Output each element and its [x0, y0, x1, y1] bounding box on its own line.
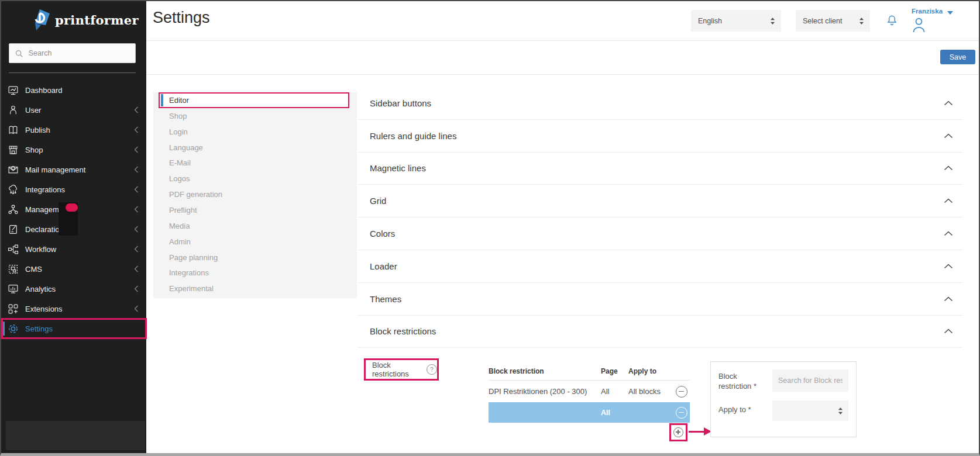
section-title: Block restrictions	[370, 326, 436, 336]
sidebar-item-label: Integrations	[25, 185, 65, 194]
subnav-item-shop[interactable]: Shop	[153, 108, 357, 124]
subnav-item-logos[interactable]: Logos	[153, 171, 357, 186]
column-header-apply-to: Apply to	[628, 367, 673, 375]
apply-to-select[interactable]	[772, 400, 848, 421]
client-select[interactable]: Select client	[796, 10, 870, 32]
subnav-item-page-planning[interactable]: Page planning	[153, 250, 357, 265]
table-header-row: Block restriction Page Apply to	[489, 362, 690, 381]
save-button[interactable]: Save	[940, 50, 975, 64]
add-row-button[interactable]	[673, 427, 683, 437]
sidebar-item-label: Mail management	[25, 165, 85, 174]
chevron-left-icon	[134, 305, 139, 312]
subnav-item-language[interactable]: Language	[153, 140, 357, 156]
search-input[interactable]	[27, 49, 130, 58]
sidebar-item-label: CMS	[25, 265, 42, 274]
sidebar-divider	[9, 72, 136, 73]
subnav-item-label: Login	[169, 127, 188, 136]
subnav-item-label: Experimental	[169, 284, 214, 293]
chevron-left-icon	[134, 265, 139, 272]
section-loader[interactable]: Loader	[358, 250, 962, 283]
subnav-item-label: Language	[169, 143, 203, 152]
chevron-left-icon	[134, 226, 139, 233]
cell-page: All	[601, 409, 628, 417]
user-avatar-icon	[912, 17, 926, 33]
chevron-left-icon	[134, 186, 139, 193]
remove-row-button[interactable]	[676, 386, 687, 398]
user-name[interactable]: Franziska	[912, 8, 943, 15]
form-label-apply-to: Apply to *	[718, 405, 751, 414]
chevron-down-icon[interactable]	[947, 11, 953, 15]
page-title: Settings	[153, 9, 210, 27]
sidebar-item-extensions[interactable]: Extensions	[1, 299, 146, 319]
sidebar-item-user[interactable]: User	[1, 100, 146, 120]
sidebar-item-label: Analytics	[25, 285, 56, 293]
avatar[interactable]	[912, 17, 926, 33]
column-header-page: Page	[601, 367, 628, 375]
user-icon	[6, 105, 20, 116]
subnav-item-integrations[interactable]: Integrations	[153, 265, 357, 281]
subnav-item-media[interactable]: Media	[153, 218, 357, 234]
chevron-up-icon	[944, 198, 953, 203]
block-restrictions-field-label: Block restrictions	[372, 361, 422, 378]
dashboard-icon	[6, 85, 20, 96]
table-row-selected[interactable]: All	[489, 402, 690, 423]
brand-logo[interactable]: printformer	[29, 9, 139, 31]
gear-icon	[6, 323, 20, 335]
chevron-up-icon	[944, 101, 953, 106]
section-block-restrictions[interactable]: Block restrictions	[358, 316, 962, 348]
language-select[interactable]: English	[691, 10, 781, 32]
subnav-item-label: E-Mail	[169, 158, 191, 167]
section-themes[interactable]: Themes	[358, 283, 962, 316]
sidebar-item-label: Settings	[25, 324, 53, 333]
sidebar-item-label: Declaration	[25, 225, 64, 234]
section-grid[interactable]: Grid	[358, 185, 962, 217]
sidebar-item-shop[interactable]: Shop	[1, 140, 146, 160]
chevron-left-icon	[134, 146, 139, 153]
section-colors[interactable]: Colors	[358, 217, 962, 250]
sidebar-item-integrations[interactable]: Integrations	[1, 179, 146, 199]
notifications-button[interactable]	[885, 13, 899, 27]
updown-arrows-icon	[770, 17, 775, 25]
settings-accordion: Sidebar buttons Rulers and guide lines M…	[358, 87, 962, 348]
cms-blocks-icon	[6, 264, 20, 275]
table-row[interactable]: DPI Restriktionen (200 - 300) All All bl…	[489, 381, 690, 402]
cloud-integrations-icon	[6, 184, 20, 195]
extensions-grid-icon	[6, 303, 20, 315]
section-sidebar-buttons[interactable]: Sidebar buttons	[358, 87, 962, 120]
subnav-item-label: Admin	[169, 237, 191, 246]
subnav-item-admin[interactable]: Admin	[153, 234, 357, 250]
annotation-arrow	[689, 431, 705, 433]
subnav-item-pdf-generation[interactable]: PDF generation	[153, 186, 357, 202]
subnav-item-label: Media	[169, 222, 190, 230]
subnav-item-experimental[interactable]: Experimental	[153, 281, 357, 296]
subnav-item-login[interactable]: Login	[153, 124, 357, 140]
sidebar-item-cms[interactable]: CMS	[1, 259, 146, 279]
section-magnetic-lines[interactable]: Magnetic lines	[358, 153, 962, 185]
subnav-item-preflight[interactable]: Preflight	[153, 202, 357, 218]
app-window: printformer Dashboard	[0, 0, 980, 456]
remove-row-button[interactable]	[676, 407, 687, 419]
subnav-item-editor[interactable]: Editor	[159, 92, 349, 108]
sidebar-item-label: Dashboard	[25, 86, 63, 95]
sidebar-item-mail-management[interactable]: Mail management	[1, 160, 146, 179]
block-restriction-search-input[interactable]	[772, 369, 848, 392]
chevron-up-icon	[944, 231, 953, 236]
sidebar-item-analytics[interactable]: Analytics	[1, 279, 146, 299]
active-indicator-bar	[161, 94, 163, 106]
sidebar-item-publish[interactable]: Publish	[1, 120, 146, 140]
subnav-item-email[interactable]: E-Mail	[153, 156, 357, 171]
envelope-icon	[6, 164, 20, 175]
sidebar-item-settings[interactable]: Settings	[1, 319, 146, 338]
header-divider	[146, 40, 979, 41]
section-title: Sidebar buttons	[370, 98, 431, 108]
section-rulers-guide-lines[interactable]: Rulers and guide lines	[358, 120, 962, 153]
brand-name: printformer	[55, 13, 139, 27]
sidebar-item-dashboard[interactable]: Dashboard	[1, 80, 146, 100]
question-icon[interactable]: ?	[427, 364, 437, 375]
sidebar-item-workflow[interactable]: Workflow	[1, 239, 146, 259]
subnav-item-label: Preflight	[169, 206, 197, 215]
section-title: Colors	[370, 229, 395, 239]
active-indicator-bar	[2, 322, 5, 336]
toolbar-divider	[146, 74, 979, 75]
sidebar-item-label: Publish	[25, 126, 50, 134]
